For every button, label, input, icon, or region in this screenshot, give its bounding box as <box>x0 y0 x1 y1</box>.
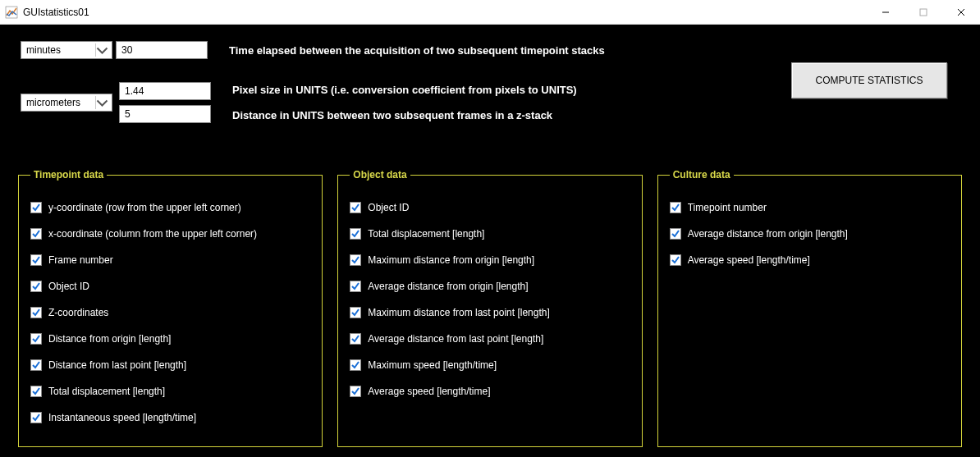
checkbox[interactable] <box>350 386 361 397</box>
checkbox-row[interactable]: Average distance from origin [length] <box>670 228 950 240</box>
time-unit-select[interactable]: minutes <box>21 41 112 59</box>
checkbox-row[interactable]: x-coordinate (column from the upper left… <box>30 228 310 240</box>
checkbox-label: Maximum speed [length/time] <box>368 359 497 371</box>
pixel-size-desc-label: Pixel size in UNITS (i.e. conversion coe… <box>232 84 577 96</box>
checkbox[interactable] <box>30 228 42 240</box>
checkbox-label: Average distance from last point [length… <box>368 333 543 345</box>
checkbox-row[interactable]: Object ID <box>30 281 310 292</box>
checkbox-row[interactable]: Total displacement [length] <box>30 386 310 397</box>
checkbox-label: y-coordinate (row from the upper left co… <box>48 202 241 213</box>
checkbox[interactable] <box>30 359 42 371</box>
checkbox-label: Object ID <box>48 281 89 292</box>
checkbox[interactable] <box>30 281 42 292</box>
checkbox-label: Average speed [length/time] <box>688 254 810 266</box>
checkbox-label: Maximum distance from origin [length] <box>368 254 534 266</box>
checkbox-row[interactable]: Z-coordinates <box>30 307 310 318</box>
culture-panel-title: Culture data <box>670 169 734 181</box>
zstep-input[interactable]: 5 <box>119 105 211 123</box>
object-panel-title: Object data <box>350 169 410 181</box>
svg-rect-2 <box>920 9 927 16</box>
timepoint-panel-title: Timepoint data <box>30 169 107 181</box>
window-titlebar: GUIstatistics01 <box>0 0 980 25</box>
checkbox[interactable] <box>670 202 681 213</box>
checkbox-row[interactable]: Maximum speed [length/time] <box>350 359 630 371</box>
checkbox-label: Distance from last point [length] <box>48 359 186 371</box>
pixel-size-input[interactable]: 1.44 <box>119 82 211 100</box>
checkbox-row[interactable]: Average distance from last point [length… <box>350 333 630 345</box>
checkbox[interactable] <box>350 307 361 318</box>
checkbox-row[interactable]: Frame number <box>30 254 310 266</box>
checkbox-label: Total displacement [length] <box>368 228 484 240</box>
timepoint-panel: Timepoint data y-coordinate (row from th… <box>18 169 323 447</box>
checkbox[interactable] <box>30 307 42 318</box>
checkbox-label: Average distance from origin [length] <box>688 228 848 240</box>
window-title: GUIstatistics01 <box>23 7 89 18</box>
checkbox-label: Instantaneous speed [length/time] <box>48 412 196 423</box>
app-icon <box>5 6 18 19</box>
checkbox[interactable] <box>670 228 681 240</box>
checkbox-row[interactable]: Distance from last point [length] <box>30 359 310 371</box>
checkbox-row[interactable]: Maximum distance from last point [length… <box>350 307 630 318</box>
checkbox-row[interactable]: Object ID <box>350 202 630 213</box>
checkbox-label: Timepoint number <box>688 202 767 213</box>
checkbox-label: Average speed [length/time] <box>368 386 490 397</box>
checkbox[interactable] <box>30 202 42 213</box>
checkbox-label: Average distance from origin [length] <box>368 281 528 292</box>
chevron-down-icon <box>95 96 108 109</box>
time-desc-label: Time elapsed between the acquisition of … <box>229 44 605 57</box>
checkbox-label: Total displacement [length] <box>48 386 165 397</box>
checkbox-row[interactable]: Maximum distance from origin [length] <box>350 254 630 266</box>
culture-panel: Culture data Timepoint numberAverage dis… <box>657 169 962 447</box>
checkbox-row[interactable]: Average speed [length/time] <box>670 254 950 266</box>
zstep-desc-label: Distance in UNITS between two subsequent… <box>232 109 577 121</box>
chevron-down-icon <box>95 43 108 57</box>
length-unit-select[interactable]: micrometers <box>21 94 112 112</box>
close-button[interactable] <box>942 0 980 24</box>
window-controls <box>867 0 980 24</box>
checkbox-label: Z-coordinates <box>48 307 108 318</box>
checkbox-row[interactable]: Distance from origin [length] <box>30 333 310 345</box>
object-checklist: Object IDTotal displacement [length]Maxi… <box>350 202 630 397</box>
checkbox-row[interactable]: Timepoint number <box>670 202 950 213</box>
checkbox[interactable] <box>670 254 681 266</box>
checkbox[interactable] <box>350 254 361 266</box>
compute-label: COMPUTE STATISTICS <box>816 75 923 86</box>
checkbox[interactable] <box>350 228 361 240</box>
compute-statistics-button[interactable]: COMPUTE STATISTICS <box>791 62 947 98</box>
checkbox-row[interactable]: Instantaneous speed [length/time] <box>30 412 310 423</box>
checkbox-label: x-coordinate (column from the upper left… <box>48 228 257 240</box>
timepoint-checklist: y-coordinate (row from the upper left co… <box>30 202 310 423</box>
checkbox-label: Object ID <box>368 202 409 213</box>
time-value-input[interactable]: 30 <box>116 41 208 59</box>
checkbox-row[interactable]: y-coordinate (row from the upper left co… <box>30 202 310 213</box>
checkbox[interactable] <box>350 333 361 345</box>
checkbox[interactable] <box>350 359 361 371</box>
minimize-button[interactable] <box>867 0 904 24</box>
checkbox-row[interactable]: Total displacement [length] <box>350 228 630 240</box>
length-unit-value: micrometers <box>26 97 80 108</box>
checkbox[interactable] <box>30 386 42 397</box>
maximize-button <box>904 0 942 24</box>
checkbox-label: Maximum distance from last point [length… <box>368 307 549 318</box>
checkbox-label: Frame number <box>48 254 113 266</box>
checkbox[interactable] <box>30 333 42 345</box>
checkbox[interactable] <box>350 202 361 213</box>
zstep-text: 5 <box>125 108 131 120</box>
checkbox-row[interactable]: Average distance from origin [length] <box>350 281 630 292</box>
checkbox[interactable] <box>350 281 361 292</box>
checkbox-row[interactable]: Average speed [length/time] <box>350 386 630 397</box>
checkbox-label: Distance from origin [length] <box>48 333 171 345</box>
time-value-text: 30 <box>121 44 132 56</box>
checkbox[interactable] <box>30 254 42 266</box>
panels-area: Timepoint data y-coordinate (row from th… <box>18 169 962 447</box>
culture-checklist: Timepoint numberAverage distance from or… <box>670 202 950 266</box>
pixel-size-text: 1.44 <box>125 85 144 97</box>
client-area: minutes 30 Time elapsed between the acqu… <box>0 25 980 457</box>
object-panel: Object data Object IDTotal displacement … <box>337 169 642 447</box>
checkbox[interactable] <box>30 412 42 423</box>
settings-area: minutes 30 Time elapsed between the acqu… <box>21 41 959 164</box>
time-unit-value: minutes <box>26 44 61 56</box>
